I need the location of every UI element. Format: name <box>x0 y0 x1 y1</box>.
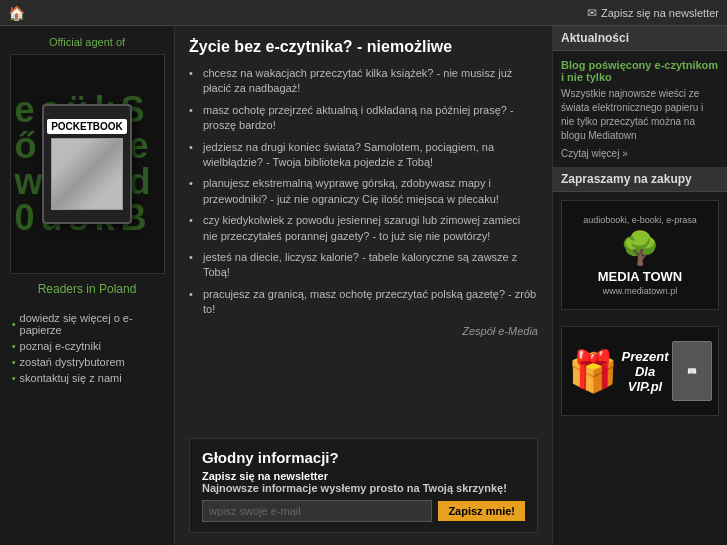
pocketbook-box: e s ü k S ő B c o e w r 7 G d 0 ü s k B … <box>10 54 165 274</box>
newsletter-subtitle-bold: Zapisz się na newsletter <box>202 470 328 482</box>
list-item: jesteś na diecie, liczysz kalorie? - tab… <box>189 250 538 281</box>
list-item: czy kiedykolwiek z powodu jesiennej szar… <box>189 213 538 244</box>
nav-item-eczytniki[interactable]: poznaj e-czytniki <box>12 338 166 354</box>
news-desc: Wszystkie najnowsze wieści ze świata ele… <box>561 87 719 143</box>
list-item: chcesz na wakacjach przeczytać kilka ksi… <box>189 66 538 97</box>
prezent-text: Prezent Dla VIP.pl <box>618 349 672 394</box>
aktualnosci-section: Blog poświęcony e-czytnikom i nie tylko … <box>553 51 727 167</box>
official-agent-label: Official agent of <box>49 36 125 48</box>
device-screen <box>51 138 123 210</box>
nav-item-dystrybutor[interactable]: zostań dystrybutorem <box>12 354 166 370</box>
newsletter-subtitle-text: Najnowsze informacje wysłemy prosto na T… <box>202 482 507 494</box>
readers-label: Readers in Poland <box>38 282 137 296</box>
list-item: pracujesz za granicą, masz ochotę przecz… <box>189 287 538 318</box>
aktualnosci-title: Aktualności <box>553 26 727 51</box>
newsletter-section: Głodny informacji? Zapisz się na newslet… <box>189 438 538 533</box>
newsletter-form: Zapisz mnie! <box>202 500 525 522</box>
read-more-link[interactable]: Czytaj więcej » <box>561 148 719 159</box>
mediatown-subtitle: audiobooki, e-booki, e-prasa <box>583 215 697 225</box>
gift-icon: 🎁 <box>568 348 618 395</box>
article-list: chcesz na wakacjach przeczytać kilka ksi… <box>189 66 538 317</box>
ebook-mini-device: 📖 <box>672 341 712 401</box>
article-title: Życie bez e-czytnika? - niemożliwe <box>189 38 538 56</box>
news-title: Blog poświęcony e-czytnikom i nie tylko <box>561 59 719 83</box>
list-item: planujesz ekstremalną wyprawę górską, zd… <box>189 176 538 207</box>
top-bar: 🏠 ✉ Zapisz się na newsletter <box>0 0 727 26</box>
nav-item-kontakt[interactable]: skontaktuj się z nami <box>12 370 166 386</box>
tree-icon: 🌳 <box>620 229 660 267</box>
article-section: Życie bez e-czytnika? - niemożliwe chces… <box>189 38 538 337</box>
newsletter-subtitle: Zapisz się na newsletter Najnowsze infor… <box>202 470 525 494</box>
pocketbook-logo: POCKETBOOK <box>47 119 127 134</box>
mediatown-url: www.mediatown.pl <box>603 286 678 296</box>
newsletter-link[interactable]: ✉ Zapisz się na newsletter <box>587 6 719 20</box>
prezent-ad[interactable]: 🎁 Prezent Dla VIP.pl 📖 <box>561 326 719 416</box>
right-sidebar: Aktualności Blog poświęcony e-czytnikom … <box>552 26 727 545</box>
article-author: Zespół e-Media <box>189 325 538 337</box>
zapraszamy-title: Zapraszamy na zakupy <box>553 167 727 192</box>
newsletter-link-label: Zapisz się na newsletter <box>601 7 719 19</box>
nav-item-epapier[interactable]: dowiedz się więcej o e-papierze <box>12 310 166 338</box>
mediatown-name: MEDIA TOWN <box>598 269 683 284</box>
ebook-device: POCKETBOOK <box>42 104 132 224</box>
subscribe-button[interactable]: Zapisz mnie! <box>438 501 525 521</box>
main-layout: Official agent of e s ü k S ő B c o e w … <box>0 26 727 545</box>
left-sidebar: Official agent of e s ü k S ő B c o e w … <box>0 26 175 545</box>
newsletter-title: Głodny informacji? <box>202 449 525 466</box>
list-item: masz ochotę przejrzeć aktualną i odkłada… <box>189 103 538 134</box>
mediatown-ad[interactable]: audiobooki, e-booki, e-prasa 🌳 MEDIA TOW… <box>561 200 719 310</box>
home-icon[interactable]: 🏠 <box>8 5 25 21</box>
left-nav-list: dowiedz się więcej o e-papierze poznaj e… <box>12 310 166 386</box>
list-item: jedziesz na drugi koniec świata? Samolot… <box>189 140 538 171</box>
center-content: Życie bez e-czytnika? - niemożliwe chces… <box>175 26 552 545</box>
email-input[interactable] <box>202 500 432 522</box>
envelope-icon: ✉ <box>587 6 597 20</box>
left-nav: dowiedz się więcej o e-papierze poznaj e… <box>8 310 166 386</box>
